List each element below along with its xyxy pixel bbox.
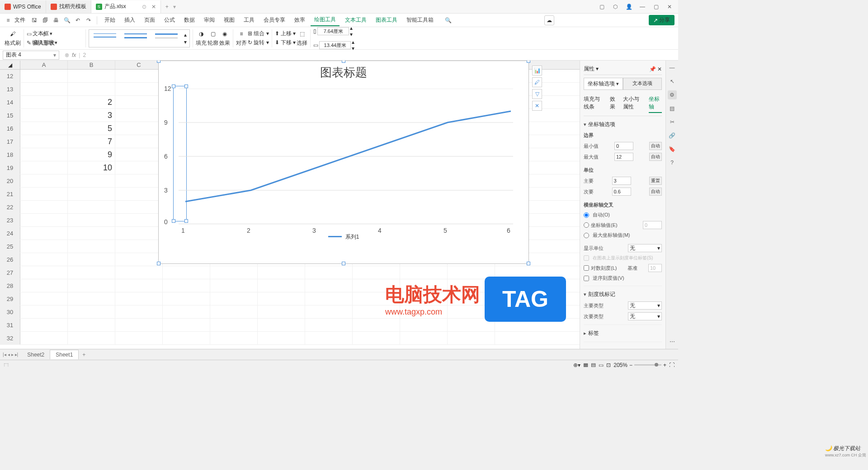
link-icon[interactable]: 🔗 [668, 131, 677, 140]
tab-efficiency[interactable]: 效率 [291, 14, 309, 26]
chart-object[interactable]: 图表标题 12 9 6 3 0 1 [158, 61, 529, 264]
tab-chart-tools[interactable]: 图表工具 [372, 14, 401, 26]
cell[interactable] [115, 135, 163, 148]
chart-settings-icon[interactable]: ✕ [532, 101, 542, 111]
zoom-out-button[interactable]: − [629, 362, 632, 367]
cell[interactable] [115, 96, 163, 108]
reverse-checkbox[interactable] [584, 276, 589, 281]
cell[interactable] [68, 227, 115, 240]
tab-member[interactable]: 会员专享 [260, 14, 289, 26]
cell[interactable] [210, 332, 258, 344]
cell[interactable] [20, 279, 68, 292]
row-header[interactable]: 21 [0, 188, 20, 200]
row-header[interactable]: 26 [0, 253, 20, 266]
cell[interactable] [210, 266, 258, 279]
search-icon[interactable]: 🔍 [443, 16, 453, 25]
log-checkbox[interactable] [584, 265, 589, 271]
cell[interactable] [448, 332, 495, 344]
cell[interactable] [68, 83, 115, 95]
cell[interactable] [258, 306, 305, 318]
cell[interactable] [210, 292, 258, 305]
row-header[interactable]: 15 [0, 109, 20, 122]
cross-auto-radio[interactable] [584, 212, 589, 218]
cell[interactable] [115, 292, 163, 305]
cell[interactable] [305, 292, 353, 305]
cell[interactable] [68, 279, 115, 292]
cell[interactable] [305, 306, 353, 318]
tab-tools[interactable]: 工具 [240, 14, 258, 26]
user-avatar-icon[interactable]: 👤 [624, 2, 634, 12]
cell[interactable] [20, 292, 68, 305]
chart-handle[interactable] [157, 262, 160, 265]
section-axis-options[interactable]: ▾ 坐标轴选项 [584, 119, 662, 130]
sheet-tab[interactable]: Sheet2 [22, 350, 50, 359]
help-icon[interactable]: ? [668, 158, 677, 167]
prev-sheet-icon[interactable]: ◂ [8, 352, 10, 357]
chart-line-series[interactable] [177, 89, 515, 224]
line-style-gallery[interactable]: ▴▾ [89, 29, 190, 47]
row-header[interactable]: 28 [0, 279, 20, 292]
cancel-icon[interactable]: ⊗ [65, 52, 69, 58]
close-button[interactable]: ✕ [665, 2, 675, 12]
minor-type-select[interactable]: 无▾ [628, 312, 662, 320]
select-tool-icon[interactable]: ↖ [668, 77, 677, 86]
tab-page[interactable]: 页面 [141, 14, 159, 26]
row-header[interactable]: 23 [0, 214, 20, 226]
cell[interactable] [115, 279, 163, 292]
cube-icon[interactable]: ⬡ [610, 2, 620, 12]
display-unit-select[interactable]: 无▾ [628, 244, 662, 252]
tab-review[interactable]: 审阅 [200, 14, 218, 26]
text-options-tab[interactable]: 文本选项 [623, 78, 662, 90]
cell[interactable] [258, 292, 305, 305]
template-tab[interactable]: 找稻壳模板 [46, 0, 91, 13]
insert-shape-button[interactable]: ◇插入形状 [33, 29, 55, 47]
subtab-effects[interactable]: 效果 [610, 95, 618, 113]
tab-close-icon[interactable]: ✕ [151, 4, 156, 10]
cell[interactable] [68, 332, 115, 344]
save-icon[interactable]: 🖫 [30, 16, 39, 25]
cell[interactable] [210, 306, 258, 318]
cell[interactable] [20, 83, 68, 95]
layout-view-icon[interactable]: ▤ [591, 362, 596, 367]
collapse-icon[interactable]: — [668, 63, 677, 72]
auto-button[interactable]: 自动 [649, 188, 662, 196]
cell[interactable] [20, 188, 68, 200]
cell[interactable] [20, 109, 68, 122]
first-sheet-icon[interactable]: |◂ [3, 352, 6, 357]
tab-menu-icon[interactable]: ▾ [173, 4, 176, 10]
row-header[interactable]: 20 [0, 174, 20, 187]
row-header[interactable]: 32 [0, 332, 20, 344]
cell[interactable] [163, 319, 210, 331]
formula-input[interactable]: 2 [83, 52, 86, 58]
tab-insert[interactable]: 插入 [121, 14, 139, 26]
cell[interactable] [163, 266, 210, 279]
cell[interactable] [20, 240, 68, 253]
major-input[interactable] [612, 177, 631, 185]
col-header[interactable]: A [20, 61, 68, 69]
group-button[interactable]: ⊞ 组合 ▾ [248, 30, 269, 38]
cross-val-input[interactable] [643, 221, 662, 229]
cell[interactable] [20, 135, 68, 148]
cell[interactable] [115, 332, 163, 344]
sheet-tab-active[interactable]: Sheet1 [50, 350, 79, 359]
cell[interactable] [20, 332, 68, 344]
chart-handle[interactable] [527, 61, 530, 63]
cell[interactable] [68, 174, 115, 187]
document-tab[interactable]: S 产品.xlsx ⊙ ✕ [91, 0, 161, 13]
base-input[interactable] [648, 264, 662, 272]
cell[interactable] [353, 332, 400, 344]
row-header[interactable]: 14 [0, 96, 20, 108]
cell[interactable] [20, 174, 68, 187]
cell[interactable] [258, 279, 305, 292]
cross-val-radio[interactable] [584, 222, 589, 228]
cell[interactable] [115, 253, 163, 266]
cell[interactable] [20, 201, 68, 213]
fullscreen-icon[interactable]: ⛶ [669, 362, 675, 367]
cell[interactable] [115, 319, 163, 331]
row-header[interactable]: 29 [0, 292, 20, 305]
row-header[interactable]: 22 [0, 201, 20, 213]
cell[interactable] [20, 70, 68, 82]
maximize-button[interactable]: ▢ [651, 2, 661, 12]
tab-draw-tools[interactable]: 绘图工具 [311, 14, 340, 26]
cell[interactable] [20, 214, 68, 226]
